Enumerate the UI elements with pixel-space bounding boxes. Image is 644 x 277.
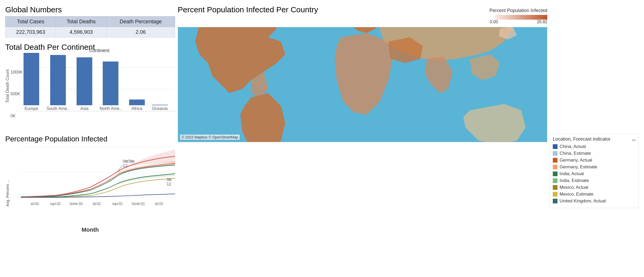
svg-text:August 2020: August 2020 [50, 201, 61, 206]
bar-chart-container: Total Death Count Continent 1000K 500K [5, 54, 175, 130]
legend-title: Percent Population Infected [490, 8, 547, 13]
line-chart-section: Percentage Population Infected Avg. Perc… [5, 135, 175, 272]
line-chart-title: Percentage Population Infected [5, 135, 175, 143]
map-copyright: © 2022 Mapbox © OpenStreetMap [180, 135, 240, 140]
legend-label-mexico-actual: Mexico, Actual [560, 185, 588, 190]
svg-text:5.13: 5.13 [167, 181, 171, 186]
y-tick-0k: 0K [10, 114, 16, 118]
svg-text:August 2021: August 2021 [112, 201, 123, 206]
val-total-deaths: 4,596,903 [56, 27, 106, 37]
legend-color-germany-actual [553, 158, 557, 163]
stats-table: Total Cases Total Deaths Death Percentag… [5, 16, 175, 37]
legend-min: 0.00 [490, 20, 498, 24]
bar-label-north-ame: North Ame.. [100, 106, 122, 111]
bar-label-europe: Europe [25, 106, 38, 111]
stats-row: 222,703,963 4,596,903 2.06 [5, 27, 175, 37]
y-tick-1000k: 1000K [10, 70, 22, 75]
continent-axis-label: Continent [89, 48, 109, 53]
bar-group-oceania: Oceania [152, 105, 168, 111]
legend-item-germany-estimate: Germany, Estimate [553, 164, 636, 170]
bar-group-europe: Europe [24, 53, 39, 111]
svg-text:December 2020: December 2020 [70, 201, 83, 206]
map-section: Percent Population Infected Per Country … [178, 5, 547, 272]
bars-wrapper: Europe South Ame.. Asia [24, 54, 175, 111]
legend-item-uk-actual: United Kingdom, Actual [553, 198, 636, 204]
legend-gradient [495, 15, 547, 20]
val-total-cases: 222,703,963 [5, 27, 56, 37]
legend-item-mexico-estimate: Mexico, Estimate [553, 192, 636, 197]
col-total-cases: Total Cases [5, 16, 56, 27]
bar-oceania [152, 105, 168, 105]
bar-asia [77, 57, 92, 105]
svg-text:April 2020: April 2020 [31, 201, 39, 206]
legend-color-germany-estimate [553, 165, 557, 169]
y-tick-500k: 500K [10, 92, 20, 96]
svg-text:11.11: 11.11 [123, 163, 128, 168]
bar-north-ame [103, 62, 118, 105]
bar-group-north-ame: North Ame.. [100, 62, 122, 111]
legend-label-china-estimate: China, Estimate [560, 151, 591, 156]
legend-label-germany-actual: Germany, Actual [560, 158, 592, 163]
bar-label-oceania: Oceania [152, 106, 168, 111]
bar-label-south-ame: South Ame.. [47, 106, 69, 111]
val-death-pct: 2.06 [106, 27, 175, 37]
legend-label-india-actual: India, Actual [560, 171, 584, 176]
bar-europe [24, 53, 39, 105]
pencil-icon[interactable]: ✏ [632, 137, 636, 143]
line-chart-y-label: Avg. Percent ... [5, 180, 10, 207]
legend-color-uk-actual [553, 199, 557, 203]
world-map-svg [178, 27, 547, 142]
bar-label-asia: Asia [80, 106, 89, 111]
legend-item-china-estimate: China, Estimate [553, 151, 636, 156]
line-chart-wrapper: Avg. Percent ... 20 10 0 April 2020 Augu… [5, 144, 175, 233]
legend-label-germany-estimate: Germany, Estimate [560, 164, 597, 170]
global-numbers-section: Global Numbers Total Cases Total Deaths … [5, 5, 175, 37]
center-panel: Percent Population Infected Per Country … [178, 5, 547, 272]
legend-label-uk-actual: United Kingdom, Actual [560, 198, 606, 204]
col-total-deaths: Total Deaths [56, 16, 106, 27]
bar-group-asia: Asia [77, 57, 92, 111]
legend-panel-title: Location, Forecast indicator [553, 136, 611, 142]
line-chart-svg: 20 10 0 April 2020 August 2020 December … [21, 144, 175, 220]
bar-group-africa: Africa [129, 99, 145, 111]
chart-area: Continent 1000K 500K 0K [24, 54, 175, 119]
left-panel: Global Numbers Total Cases Total Deaths … [5, 5, 175, 272]
bar-chart-section: Total Death Per Continent Total Death Co… [5, 43, 175, 130]
legend-color-mexico-actual [553, 185, 557, 190]
legend-max: 20.82 [537, 20, 547, 24]
legend-color-china-actual [553, 144, 557, 149]
legend-panel: Location, Forecast indicator ✏ China, Ac… [550, 134, 639, 208]
global-numbers-title: Global Numbers [5, 5, 175, 14]
legend-color-india-estimate [553, 178, 557, 183]
legend-label-china-actual: China, Actual [560, 144, 586, 149]
bar-group-south-ame: South Ame.. [47, 55, 69, 111]
legend-item-china-actual: China, Actual [553, 144, 636, 149]
legend-item-india-actual: India, Actual [553, 171, 636, 176]
legend-color-china-estimate [553, 151, 557, 156]
svg-line-13 [118, 166, 122, 171]
bar-chart-y-label: Total Death Count [5, 69, 10, 103]
legend-label-india-estimate: India, Estimate [560, 178, 589, 183]
legend-label-mexico-estimate: Mexico, Estimate [560, 192, 593, 197]
svg-text:December 2021: December 2021 [132, 201, 145, 206]
legend-item-mexico-actual: Mexico, Actual [553, 185, 636, 190]
col-death-pct: Death Percentage [106, 16, 175, 27]
map-title: Percent Population Infected Per Country [178, 5, 318, 14]
svg-text:April 2021: April 2021 [93, 201, 101, 206]
legend-item-germany-actual: Germany, Actual [553, 158, 636, 163]
legend-bar [490, 15, 547, 20]
bar-label-africa: Africa [131, 106, 142, 111]
legend-color-india-actual [553, 171, 557, 176]
bar-south-ame [50, 55, 66, 105]
main-layout: Global Numbers Total Cases Total Deaths … [0, 0, 644, 277]
svg-text:India: India [167, 177, 171, 182]
bar-africa [129, 99, 145, 105]
svg-text:United States: United States [123, 158, 135, 163]
color-legend: Percent Population Infected 0.00 20.82 [490, 5, 547, 27]
right-panel: Location, Forecast indicator ✏ China, Ac… [550, 5, 639, 272]
svg-text:April 2022: April 2022 [155, 201, 163, 206]
legend-values: 0.00 20.82 [490, 20, 547, 24]
legend-item-india-estimate: India, Estimate [553, 178, 636, 183]
map-wrapper: © 2022 Mapbox © OpenStreetMap [178, 27, 547, 142]
line-chart-x-label: Month [82, 226, 99, 233]
